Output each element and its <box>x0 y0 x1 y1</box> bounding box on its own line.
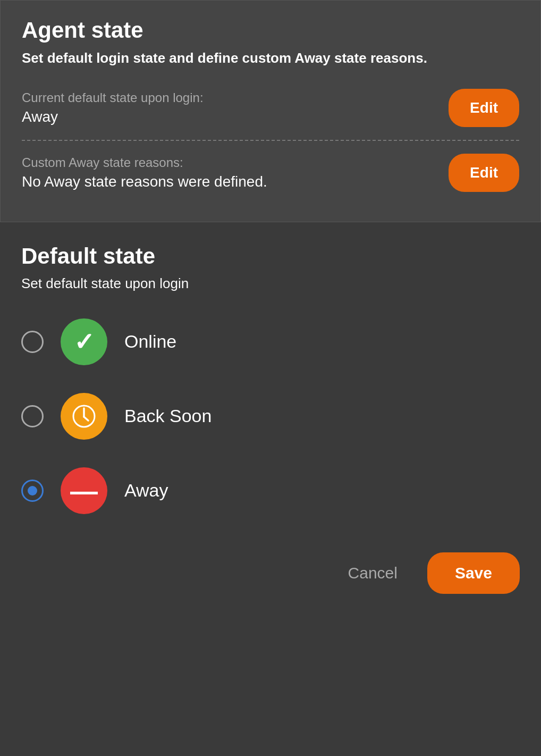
back-soon-icon <box>61 393 107 440</box>
radio-selected-dot <box>28 486 37 495</box>
away-option[interactable]: — Away <box>21 467 520 514</box>
svg-line-2 <box>84 417 88 421</box>
default-state-subtitle: Set default state upon login <box>21 275 520 292</box>
back-soon-option[interactable]: Back Soon <box>21 393 520 440</box>
away-label: Away <box>124 480 168 501</box>
custom-reasons-value: No Away state reasons were defined. <box>22 173 449 190</box>
online-radio[interactable] <box>21 331 44 353</box>
agent-state-subtitle: Set default login state and define custo… <box>22 49 519 68</box>
edit-default-button[interactable]: Edit <box>449 89 519 127</box>
clock-icon <box>71 403 97 430</box>
away-icon: — <box>61 467 107 514</box>
cancel-button[interactable]: Cancel <box>335 556 410 591</box>
default-state-value: Away <box>22 108 449 125</box>
default-state-panel: Default state Set default state upon log… <box>0 222 541 756</box>
default-state-info: Current default state upon login: Away <box>22 90 449 125</box>
default-state-label: Current default state upon login: <box>22 90 449 105</box>
default-state-title: Default state <box>21 243 520 269</box>
agent-state-panel: Agent state Set default login state and … <box>0 0 541 222</box>
away-radio[interactable] <box>21 480 44 502</box>
footer-actions: Cancel Save <box>21 542 520 599</box>
custom-reasons-label: Custom Away state reasons: <box>22 155 449 170</box>
back-soon-label: Back Soon <box>124 406 212 426</box>
save-button[interactable]: Save <box>427 552 520 594</box>
online-icon: ✓ <box>61 318 107 365</box>
online-option[interactable]: ✓ Online <box>21 318 520 365</box>
custom-reasons-row: Custom Away state reasons: No Away state… <box>22 154 519 192</box>
agent-state-title: Agent state <box>22 18 519 43</box>
check-icon: ✓ <box>74 330 95 354</box>
section-divider <box>22 140 519 141</box>
back-soon-radio[interactable] <box>21 405 44 427</box>
custom-reasons-info: Custom Away state reasons: No Away state… <box>22 155 449 190</box>
edit-custom-button[interactable]: Edit <box>449 154 519 192</box>
online-label: Online <box>124 331 176 352</box>
default-state-row: Current default state upon login: Away E… <box>22 89 519 127</box>
minus-icon: — <box>70 477 98 505</box>
